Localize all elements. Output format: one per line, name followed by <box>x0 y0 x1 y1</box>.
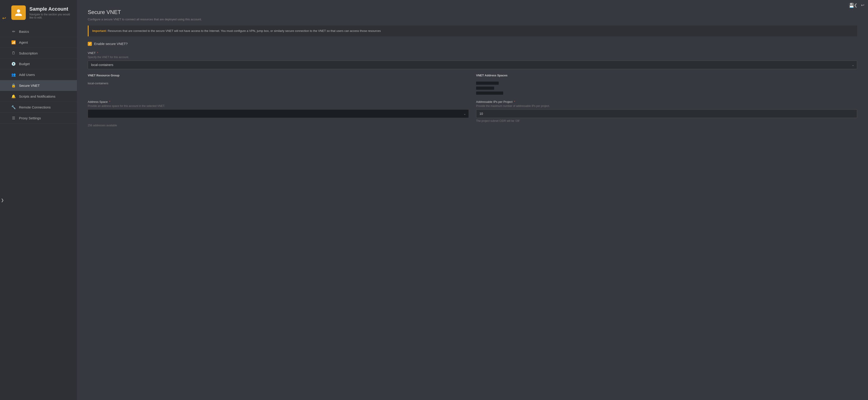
page-subtitle: Configure a secure VNET to connect all r… <box>88 18 857 21</box>
vnet-required: * <box>97 51 98 55</box>
page-title: Secure VNET <box>88 9 857 15</box>
sidebar-item-remote-label: Remote Connections <box>19 105 51 109</box>
address-space-group: Address Space * Provide an address space… <box>88 100 469 127</box>
account-name: Sample Account <box>29 6 71 12</box>
address-space-select[interactable] <box>88 109 469 118</box>
sidebar-item-budget-label: Budget <box>19 62 30 66</box>
address-space-select-wrapper: ⌄ <box>88 109 469 118</box>
sidebar-item-proxy-label: Proxy Settings <box>19 116 41 120</box>
nav-list: ✏ Basics 📶 Agent 🗒 Subscription 💿 Budget… <box>0 26 77 124</box>
sidebar-item-scripts-label: Scripts and Notifications <box>19 95 55 98</box>
vnet-resource-group-col: VNET Resource Group local-containers <box>88 74 469 95</box>
vnet-select[interactable]: local-containers <box>88 61 857 69</box>
addressable-ips-group: Addressable IPs per Project * Provide th… <box>476 100 857 127</box>
addressable-ips-input[interactable] <box>476 109 857 118</box>
sidebar-item-agent[interactable]: 📶 Agent <box>0 37 77 48</box>
sidebar-item-budget[interactable]: 💿 Budget <box>0 59 77 69</box>
vnet-select-wrapper: local-containers ⌄ <box>88 61 857 69</box>
addressable-ips-required: * <box>514 100 515 103</box>
vnet-address-spaces-col: VNET Address Spaces <box>476 74 857 95</box>
bottom-fields: Address Space * Provide an address space… <box>88 100 857 127</box>
vnet-label: VNET * <box>88 51 857 55</box>
enable-vnet-label: Enable secure VNET? <box>94 42 128 46</box>
addressable-ips-label: Addressable IPs per Project * <box>476 100 857 103</box>
save-icon-glyph: 💾 <box>849 3 855 8</box>
sidebar-toggle[interactable]: ❯ <box>0 196 5 204</box>
main-content: Secure VNET Configure a secure VNET to c… <box>77 0 868 400</box>
user-icon <box>14 9 23 17</box>
list-icon: ☰ <box>11 116 16 120</box>
alert-prefix: Important: <box>92 29 107 33</box>
vnet-desc: Specify the VNET for this account. <box>88 56 857 59</box>
enable-vnet-checkbox[interactable] <box>88 42 92 46</box>
address-bar-2 <box>476 87 494 90</box>
sidebar-item-subscription[interactable]: 🗒 Subscription <box>0 48 77 59</box>
vnet-field-group: VNET * Specify the VNET for this account… <box>88 51 857 69</box>
chevron-right-icon: ❯ <box>1 198 4 202</box>
sidebar-item-basics-label: Basics <box>19 30 29 33</box>
bell-icon: 🔔 <box>11 94 16 99</box>
address-bar-3 <box>476 92 503 95</box>
wrench-icon: 🔧 <box>11 105 16 109</box>
sidebar-item-secure-vnet-label: Secure VNET <box>19 84 40 88</box>
save-button[interactable]: 💾 <box>849 3 855 8</box>
account-info: Sample Account Navigate to the section y… <box>29 6 71 19</box>
pencil-icon: ✏ <box>11 29 16 34</box>
address-space-label: Address Space * <box>88 100 469 103</box>
sidebar-item-basics[interactable]: ✏ Basics <box>0 26 77 37</box>
agent-icon: 📶 <box>11 40 16 44</box>
sidebar-item-remote-connections[interactable]: 🔧 Remote Connections <box>0 102 77 113</box>
alert-box: Important: Resources that are connected … <box>88 26 857 36</box>
sidebar-item-proxy-settings[interactable]: ☰ Proxy Settings <box>0 113 77 124</box>
back-icon[interactable]: ↩ <box>861 3 864 8</box>
subscription-icon: 🗒 <box>11 51 16 55</box>
account-subtitle: Navigate to the section you would like t… <box>29 13 71 19</box>
resource-group-value: local-containers <box>88 81 469 85</box>
lock-icon: 🔒 <box>11 84 16 88</box>
enable-vnet-row: Enable secure VNET? <box>88 42 857 46</box>
budget-icon: 💿 <box>11 62 16 66</box>
users-icon: 👥 <box>11 72 16 77</box>
address-space-note: 256 addresses available <box>88 124 469 127</box>
vnet-info-table: VNET Resource Group local-containers VNE… <box>88 74 857 95</box>
sidebar: ↩ Sample Account Navigate to the section… <box>0 0 77 400</box>
account-header: Sample Account Navigate to the section y… <box>0 0 77 24</box>
sidebar-item-agent-label: Agent <box>19 40 28 44</box>
sidebar-item-secure-vnet[interactable]: 🔒 Secure VNET <box>0 80 77 91</box>
avatar <box>11 5 26 20</box>
address-spaces-header: VNET Address Spaces <box>476 74 857 79</box>
address-space-desc: Provide an address space for this accoun… <box>88 104 469 107</box>
top-right-controls: ❮ ↩ <box>854 3 864 8</box>
sidebar-item-subscription-label: Subscription <box>19 51 38 55</box>
sidebar-item-add-users-label: Add Users <box>19 73 35 77</box>
add-account-button[interactable]: ↩ <box>2 15 6 21</box>
address-bars <box>476 81 857 95</box>
add-icon: ↩ <box>2 15 6 21</box>
addressable-ips-desc: Provide the maximum number of addressabl… <box>476 104 857 107</box>
sidebar-item-scripts-notifications[interactable]: 🔔 Scripts and Notifications <box>0 91 77 102</box>
address-bar-1 <box>476 81 499 85</box>
collapse-icon[interactable]: ❮ <box>854 3 857 8</box>
addressable-ips-note: The project subnet CIDR will be '/28' <box>476 119 857 123</box>
resource-group-header: VNET Resource Group <box>88 74 469 79</box>
sidebar-item-add-users[interactable]: 👥 Add Users <box>0 69 77 80</box>
alert-text: Resources that are connected to the secu… <box>107 29 381 33</box>
address-space-required: * <box>109 100 111 103</box>
